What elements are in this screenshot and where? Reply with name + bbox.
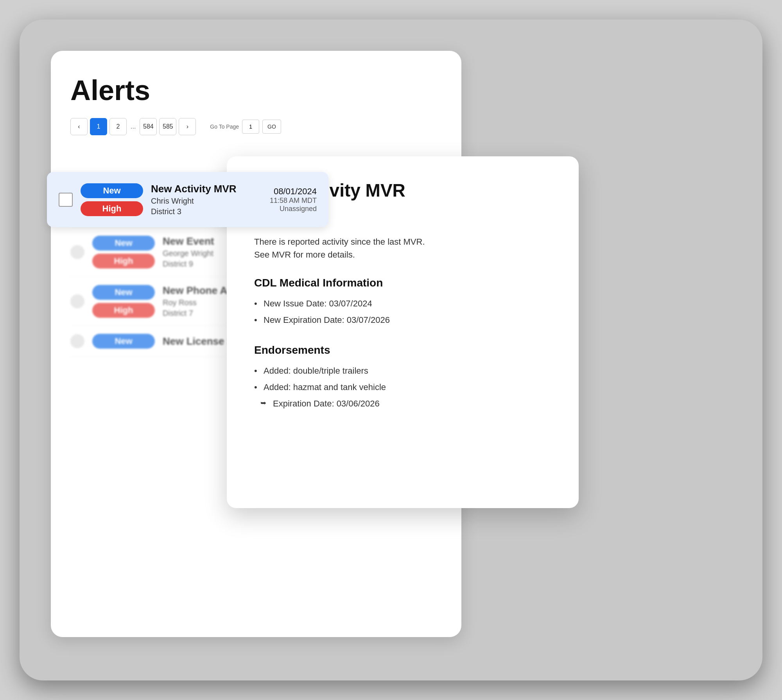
high-badge: High bbox=[92, 303, 155, 318]
badge-col: New High bbox=[92, 285, 155, 318]
high-badge: High bbox=[81, 201, 143, 216]
row-checkbox[interactable] bbox=[59, 193, 73, 207]
list-item: Added: hazmat and tank vehicle bbox=[254, 379, 551, 396]
list-item: New Expiration Date: 03/07/2026 bbox=[254, 312, 551, 328]
new-badge: New bbox=[81, 183, 143, 198]
go-to-page-section: Go To Page GO bbox=[210, 120, 281, 134]
page-585-button[interactable]: 585 bbox=[159, 118, 176, 135]
screen-container: Alerts ‹ 1 2 ... 584 585 › Go To Page GO… bbox=[20, 20, 762, 680]
page-2-button[interactable]: 2 bbox=[109, 118, 127, 135]
cdl-heading: CDL Medical Information bbox=[254, 277, 551, 289]
high-badge: High bbox=[92, 254, 155, 269]
endorsements-heading: Endorsements bbox=[254, 344, 551, 356]
go-to-input[interactable] bbox=[242, 120, 259, 134]
alert-title: New Activity MVR bbox=[151, 183, 262, 195]
page-1-button[interactable]: 1 bbox=[90, 118, 107, 135]
page-584-button[interactable]: 584 bbox=[140, 118, 157, 135]
go-button[interactable]: GO bbox=[262, 120, 281, 134]
alert-district: District 3 bbox=[151, 207, 262, 216]
details-text: There is reported activity since the las… bbox=[254, 235, 551, 261]
list-item-sub: Expiration Date: 03/06/2026 bbox=[254, 396, 551, 412]
next-page-button[interactable]: › bbox=[179, 118, 196, 135]
new-badge: New bbox=[92, 334, 155, 349]
details-text-2: See MVR for more details. bbox=[254, 250, 355, 260]
alert-time: 11:58 AM MDT bbox=[270, 197, 317, 205]
badge-col: New High bbox=[92, 236, 155, 269]
highlighted-alert-row[interactable]: New High New Activity MVR Chris Wright D… bbox=[47, 172, 328, 227]
details-text-1: There is reported activity since the las… bbox=[254, 237, 425, 247]
list-item: Added: double/triple trailers bbox=[254, 363, 551, 379]
alert-date: 08/01/2024 bbox=[270, 186, 317, 197]
alert-info: New Activity MVR Chris Wright District 3 bbox=[151, 183, 262, 216]
badge-col: New bbox=[92, 334, 155, 349]
list-item: New Issue Date: 03/07/2024 bbox=[254, 295, 551, 312]
cdl-list: New Issue Date: 03/07/2024 New Expiratio… bbox=[254, 295, 551, 328]
endorsements-list: Added: double/triple trailers Added: haz… bbox=[254, 363, 551, 412]
new-badge: New bbox=[92, 285, 155, 300]
alert-assigned: Unassigned bbox=[270, 205, 317, 213]
row-checkbox[interactable] bbox=[70, 334, 84, 348]
alert-meta: 08/01/2024 11:58 AM MDT Unassigned bbox=[270, 186, 317, 213]
badge-col: New High bbox=[81, 183, 143, 216]
pagination: ‹ 1 2 ... 584 585 › Go To Page GO bbox=[70, 118, 442, 135]
row-checkbox[interactable] bbox=[70, 245, 84, 259]
prev-page-button[interactable]: ‹ bbox=[70, 118, 88, 135]
go-to-label: Go To Page bbox=[210, 124, 239, 130]
row-checkbox[interactable] bbox=[70, 294, 84, 308]
page-title: Alerts bbox=[70, 74, 442, 106]
new-badge: New bbox=[92, 236, 155, 251]
pagination-ellipsis: ... bbox=[129, 123, 137, 130]
alert-name: Chris Wright bbox=[151, 197, 262, 206]
